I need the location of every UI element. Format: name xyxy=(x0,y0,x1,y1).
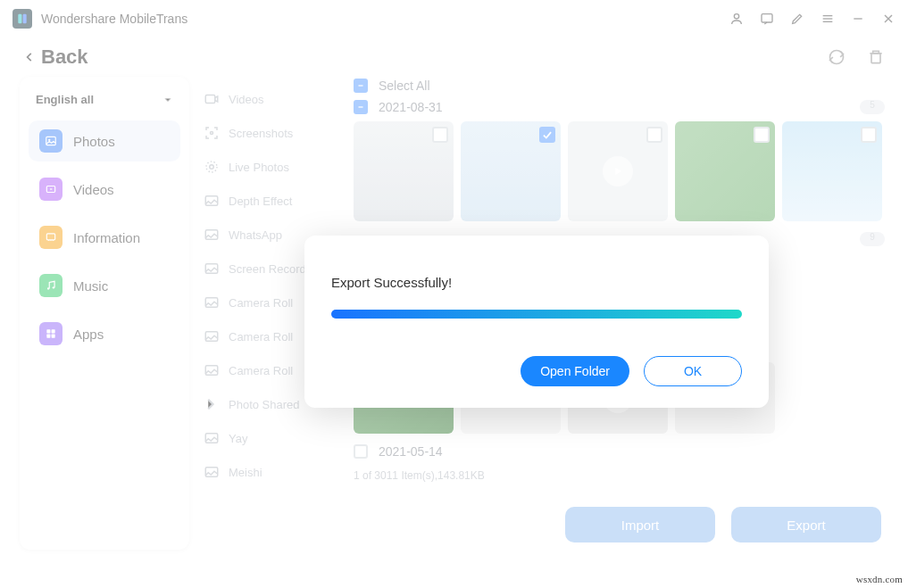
export-button[interactable]: Export xyxy=(731,507,881,542)
thumb-checkbox[interactable] xyxy=(754,127,770,143)
sidebar-item-videos[interactable]: Videos xyxy=(29,169,180,210)
subnav-label: Depth Effect xyxy=(229,195,292,208)
subnav-label: WhatsApp xyxy=(229,228,282,242)
svg-point-28 xyxy=(210,165,214,170)
svg-rect-10 xyxy=(871,54,880,63)
svg-rect-21 xyxy=(46,329,50,333)
status-text: 1 of 3011 Item(s),143.81KB xyxy=(354,466,885,487)
chat-icon[interactable] xyxy=(760,12,774,26)
svg-rect-24 xyxy=(52,335,55,338)
date-group-checkbox[interactable] xyxy=(354,100,368,114)
sidebar-item-photos[interactable]: Photos xyxy=(29,120,180,161)
thumbnail[interactable] xyxy=(461,121,561,221)
open-folder-label: Open Folder xyxy=(540,364,610,378)
date-group-checkbox[interactable] xyxy=(354,444,368,459)
subnav-label: Screenshots xyxy=(229,127,293,140)
export-success-modal: Export Successfully! Open Folder OK xyxy=(304,236,769,408)
date-label: 2021-08-31 xyxy=(379,100,443,114)
sidebar-item-label: Photos xyxy=(73,134,115,149)
subnav-label: Videos xyxy=(229,93,264,106)
modal-buttons: Open Folder OK xyxy=(331,356,742,386)
thumb-checkbox[interactable] xyxy=(861,127,877,143)
date-group-row-2: 2021-05-14 xyxy=(354,443,885,466)
language-selector[interactable]: English all xyxy=(29,89,180,120)
subnav-item-live-photos[interactable]: Live Photos xyxy=(200,150,339,184)
subnav-label: Camera Roll xyxy=(229,364,293,377)
subnav-label: Photo Shared xyxy=(229,398,300,411)
close-icon[interactable] xyxy=(881,12,896,26)
sidebar-item-label: Information xyxy=(73,230,140,245)
back-button[interactable]: Back xyxy=(23,46,88,69)
titlebar: Wondershare MobileTrans xyxy=(0,0,908,37)
back-label: Back xyxy=(41,46,88,69)
menu-icon[interactable] xyxy=(821,12,835,26)
subnav-label: Camera Roll xyxy=(229,296,293,310)
subnav-label: Screen Recorder xyxy=(229,262,316,276)
information-icon xyxy=(39,226,62,249)
import-button[interactable]: Import xyxy=(565,507,715,542)
photos-icon xyxy=(39,129,62,153)
thumbnail[interactable] xyxy=(782,121,882,221)
svg-rect-15 xyxy=(46,234,54,240)
thumb-row xyxy=(354,121,885,221)
apps-icon xyxy=(39,322,62,345)
thumbnail[interactable] xyxy=(354,121,454,221)
svg-point-29 xyxy=(206,161,217,172)
back-row-actions xyxy=(828,48,885,66)
ok-label: OK xyxy=(684,364,702,378)
thumb-checkbox[interactable] xyxy=(646,127,662,143)
svg-marker-40 xyxy=(615,168,621,175)
sidebar-item-label: Videos xyxy=(73,182,114,197)
svg-rect-11 xyxy=(46,137,56,145)
subnav-label: Yay xyxy=(229,432,247,445)
sidebar-item-information[interactable]: Information xyxy=(29,217,180,258)
subnav-item-yay[interactable]: Yay xyxy=(200,421,339,455)
refresh-icon[interactable] xyxy=(828,48,846,66)
select-all-row: Select All xyxy=(354,77,885,98)
svg-point-27 xyxy=(211,132,213,135)
subnav-label: Camera Roll xyxy=(229,330,293,344)
select-all-checkbox[interactable] xyxy=(354,79,368,93)
sidebar-item-label: Music xyxy=(73,278,108,294)
videos-icon xyxy=(39,178,62,201)
thumbnail[interactable] xyxy=(675,121,775,221)
user-icon[interactable] xyxy=(729,12,744,26)
thumb-checkbox-checked[interactable] xyxy=(539,127,555,143)
svg-point-20 xyxy=(53,286,54,288)
svg-point-18 xyxy=(53,240,54,241)
thumbnail-video[interactable] xyxy=(568,121,668,221)
export-label: Export xyxy=(787,518,825,533)
modal-title: Export Successfully! xyxy=(331,275,742,290)
language-label: English all xyxy=(36,93,94,106)
ok-button[interactable]: OK xyxy=(644,356,742,386)
svg-rect-22 xyxy=(52,329,55,333)
subnav-item-screenshots[interactable]: Screenshots xyxy=(200,116,339,150)
svg-rect-3 xyxy=(762,14,772,22)
svg-marker-14 xyxy=(50,188,52,190)
date-label: 2021-05-14 xyxy=(379,444,443,459)
date-count-pill: 5 xyxy=(860,100,885,114)
svg-rect-0 xyxy=(18,14,21,24)
svg-rect-23 xyxy=(46,335,50,338)
subnav-item-meishi[interactable]: Meishi xyxy=(200,455,339,489)
svg-point-12 xyxy=(48,139,50,141)
thumb-checkbox[interactable] xyxy=(432,127,448,143)
app-title: Wondershare MobileTrans xyxy=(41,12,187,26)
date-group-row: 2021-08-31 5 xyxy=(354,98,885,121)
edit-icon[interactable] xyxy=(790,12,804,26)
sidebar-item-music[interactable]: Music xyxy=(29,265,180,306)
svg-point-2 xyxy=(734,14,738,19)
minimize-icon[interactable] xyxy=(851,12,865,26)
sidebar-item-apps[interactable]: Apps xyxy=(29,313,180,354)
watermark: wsxdn.com xyxy=(856,574,903,584)
trash-icon[interactable] xyxy=(867,48,885,66)
progress-bar xyxy=(331,310,742,319)
action-buttons: Import Export xyxy=(565,507,881,542)
sidebar: English all Photos Videos Information Mu… xyxy=(20,77,189,550)
date-count-pill: 9 xyxy=(860,232,885,246)
subnav-item-depth-effect[interactable]: Depth Effect xyxy=(200,184,339,218)
back-row: Back xyxy=(0,37,908,77)
subnav-item-videos[interactable]: Videos xyxy=(200,82,339,116)
open-folder-button[interactable]: Open Folder xyxy=(521,356,629,386)
play-icon xyxy=(603,156,633,186)
